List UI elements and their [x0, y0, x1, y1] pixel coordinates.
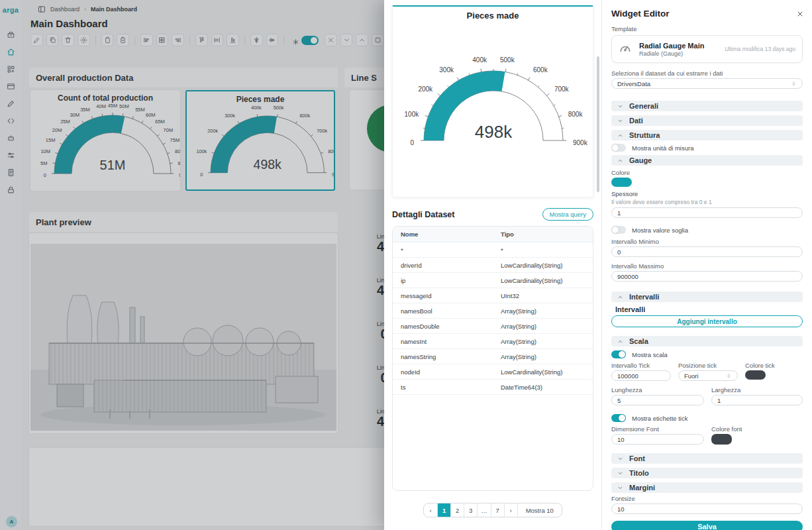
pagination-next-button[interactable]: › [504, 504, 517, 517]
tick-interval-value: 100000 [617, 372, 638, 380]
chevron-down-icon [617, 103, 623, 109]
show-tick-labels-toggle-row: Mostra etichette tick [611, 414, 803, 422]
table-cell: DateTime64(3) [493, 380, 593, 395]
show-scale-toggle[interactable] [611, 350, 626, 358]
svg-text:600k: 600k [533, 66, 548, 74]
column-header-nome: Nome [393, 227, 493, 242]
width-label: Larghezza [711, 386, 803, 394]
tick-interval-input[interactable]: 100000 [611, 370, 671, 381]
accordion-label: Font [629, 454, 645, 462]
chevron-updown-icon [726, 373, 732, 379]
table-cell: * [493, 242, 593, 258]
font-size-value: 10 [617, 436, 625, 443]
add-interval-button[interactable]: Aggiungi intervallo [611, 315, 803, 327]
accordion-generali[interactable]: Generali [611, 101, 803, 111]
tick-color-swatch[interactable] [745, 370, 766, 380]
dataset-details-title: Dettagli Dataset [392, 210, 454, 219]
thickness-input[interactable]: 1 [611, 207, 803, 218]
min-value: 0 [617, 248, 621, 256]
table-cell: namesDouble [393, 319, 493, 334]
radial-gauge-preview: 0100k200k300k400k500k600k700k800k900k498… [393, 20, 593, 196]
accordion-gauge[interactable]: Gauge [611, 155, 803, 166]
fontsize-input[interactable]: 10 [611, 504, 803, 514]
page-size-select[interactable]: Mostra 10 [517, 504, 562, 517]
template-label: Template [611, 25, 803, 32]
chevron-down-icon [617, 485, 623, 491]
accordion-font[interactable]: Font [611, 453, 803, 464]
svg-text:700k: 700k [554, 85, 570, 93]
width-input[interactable]: 1 [711, 395, 803, 405]
show-unit-toggle-row: Mostra unità di misura [611, 144, 803, 152]
svg-text:800k: 800k [568, 111, 584, 118]
table-cell: UInt32 [493, 288, 593, 303]
show-scale-label: Mostra scala [632, 351, 668, 358]
accordion-label: Struttura [629, 131, 660, 139]
fontsize-value: 10 [617, 505, 625, 513]
modal-backdrop[interactable] [0, 0, 384, 530]
pagination-page-button[interactable]: 1 [437, 504, 450, 517]
accordion-intervalli[interactable]: Intervalli [611, 292, 803, 302]
svg-text:200k: 200k [418, 85, 433, 93]
chevron-down-icon [617, 118, 623, 124]
table-cell: ip [393, 273, 493, 288]
font-color-swatch[interactable] [711, 434, 732, 445]
dataset-select-value: DriversData [617, 80, 650, 87]
app-root: arga A Dashboard › Main Dashboard Main D… [0, 0, 812, 530]
accordion-dati[interactable]: Dati [611, 115, 803, 126]
tick-color-label: Colore tick [745, 362, 803, 369]
thickness-value: 1 [617, 209, 621, 217]
thickness-label: Spessore [611, 190, 803, 197]
tick-position-select[interactable]: Fuori [678, 370, 738, 381]
font-color-label: Colore font [711, 425, 803, 433]
svg-text:300k: 300k [439, 66, 454, 74]
dataset-select[interactable]: DriversData [611, 78, 803, 89]
show-unit-toggle[interactable] [611, 144, 626, 152]
dataset-select-label: Seleziona il dataset da cui estrarre i d… [611, 70, 803, 77]
accordion-label: Generali [629, 102, 658, 110]
chevron-up-icon [617, 339, 623, 344]
template-card[interactable]: Radial Gauge Main Radiale (Gauge) Ultima… [611, 35, 803, 63]
gauge-color-label: Colore [611, 169, 803, 176]
show-query-button[interactable]: Mostra query [542, 208, 593, 221]
table-row: ** [393, 242, 593, 258]
pagination-page-button[interactable]: 7 [491, 504, 504, 517]
chevron-down-icon [617, 456, 623, 462]
svg-text:400k: 400k [472, 56, 487, 64]
show-tick-labels-toggle[interactable] [611, 414, 626, 422]
table-cell: LowCardinality(String) [493, 273, 593, 288]
pagination-page-button[interactable]: 3 [464, 504, 477, 517]
length-input[interactable]: 5 [611, 395, 704, 405]
close-icon[interactable] [796, 9, 804, 17]
widget-preview-card: Pieces made 0100k200k300k400k500k600k700… [392, 5, 593, 197]
svg-text:100k: 100k [405, 111, 420, 118]
table-cell: * [393, 242, 493, 258]
min-label: Intervallo Minimo [611, 238, 803, 245]
table-row: namesStringArray(String) [393, 349, 593, 364]
accordion-margini[interactable]: Margini [611, 482, 803, 493]
save-button[interactable]: Salva [611, 521, 803, 530]
font-size-label: Dimensione Font [611, 425, 704, 433]
width-value: 1 [717, 397, 721, 404]
accordion-titolo[interactable]: Titolo [611, 468, 803, 478]
widget-editor-panel: Widget Editor Template Radial Gauge Main… [601, 0, 812, 530]
table-cell: Array(String) [493, 319, 593, 334]
pagination-prev-button[interactable]: ‹ [424, 504, 437, 517]
accordion-struttura[interactable]: Struttura [611, 130, 803, 140]
threshold-toggle[interactable] [611, 226, 626, 234]
show-scale-toggle-row: Mostra scala [611, 350, 803, 358]
font-size-input[interactable]: 10 [611, 434, 704, 445]
column-header-tipo: Tipo [493, 227, 593, 242]
accordion-scala[interactable]: Scala [611, 336, 803, 346]
tick-interval-label: Intervallo Tick [611, 362, 671, 369]
accordion-label: Margini [629, 484, 655, 492]
min-input[interactable]: 0 [611, 246, 803, 257]
table-row: messageIdUInt32 [393, 288, 593, 303]
table-cell: Array(String) [493, 303, 593, 319]
table-cell: namesInt [393, 334, 493, 349]
gauge-color-swatch[interactable] [611, 178, 632, 187]
template-last-modified: Ultima modifica 13 days ago [725, 46, 795, 52]
scrollbar[interactable] [597, 56, 599, 192]
max-input[interactable]: 900000 [611, 271, 803, 282]
table-row: tsDateTime64(3) [393, 380, 593, 395]
pagination-page-button[interactable]: 2 [450, 504, 464, 517]
